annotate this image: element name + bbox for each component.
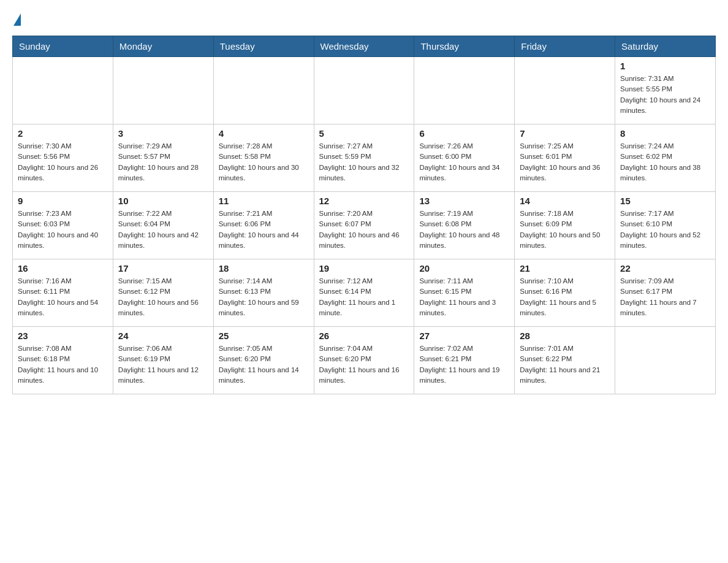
- calendar-cell: 8Sunrise: 7:24 AMSunset: 6:02 PMDaylight…: [615, 124, 716, 192]
- day-number: 8: [620, 128, 710, 139]
- logo-triangle-icon: [13, 13, 21, 26]
- day-number: 3: [118, 128, 208, 139]
- calendar-cell: 4Sunrise: 7:28 AMSunset: 5:58 PMDaylight…: [213, 124, 314, 192]
- day-number: 7: [520, 128, 610, 139]
- day-number: 9: [18, 196, 108, 206]
- day-number: 25: [219, 331, 309, 341]
- calendar-cell: 5Sunrise: 7:27 AMSunset: 5:59 PMDaylight…: [314, 124, 414, 192]
- calendar-header: SundayMondayTuesdayWednesdayThursdayFrid…: [13, 36, 716, 57]
- calendar-cell: 26Sunrise: 7:04 AMSunset: 6:20 PMDayligh…: [314, 327, 414, 394]
- day-info: Sunrise: 7:28 AMSunset: 5:58 PMDaylight:…: [219, 141, 309, 183]
- day-info: Sunrise: 7:21 AMSunset: 6:06 PMDaylight:…: [219, 209, 309, 251]
- day-number: 24: [118, 331, 208, 341]
- day-info: Sunrise: 7:29 AMSunset: 5:57 PMDaylight:…: [118, 141, 208, 183]
- day-info: Sunrise: 7:17 AMSunset: 6:10 PMDaylight:…: [620, 209, 710, 251]
- day-info: Sunrise: 7:19 AMSunset: 6:08 PMDaylight:…: [419, 209, 509, 251]
- page-header: [12, 12, 716, 26]
- calendar-cell: 24Sunrise: 7:06 AMSunset: 6:19 PMDayligh…: [113, 327, 213, 394]
- calendar-cell: 18Sunrise: 7:14 AMSunset: 6:13 PMDayligh…: [213, 259, 314, 327]
- day-number: 5: [319, 128, 409, 139]
- day-info: Sunrise: 7:20 AMSunset: 6:07 PMDaylight:…: [319, 209, 409, 251]
- calendar-cell: 19Sunrise: 7:12 AMSunset: 6:14 PMDayligh…: [314, 259, 414, 327]
- day-info: Sunrise: 7:09 AMSunset: 6:17 PMDaylight:…: [620, 276, 710, 318]
- day-info: Sunrise: 7:25 AMSunset: 6:01 PMDaylight:…: [520, 141, 610, 183]
- calendar-body: 1Sunrise: 7:31 AMSunset: 5:55 PMDaylight…: [13, 57, 716, 394]
- day-info: Sunrise: 7:24 AMSunset: 6:02 PMDaylight:…: [620, 141, 710, 183]
- day-info: Sunrise: 7:05 AMSunset: 6:20 PMDaylight:…: [219, 343, 309, 386]
- calendar-cell: 12Sunrise: 7:20 AMSunset: 6:07 PMDayligh…: [314, 192, 414, 259]
- day-info: Sunrise: 7:30 AMSunset: 5:56 PMDaylight:…: [18, 141, 108, 183]
- calendar-cell: [113, 57, 213, 124]
- day-number: 18: [219, 263, 309, 274]
- day-number: 13: [419, 196, 509, 206]
- calendar-cell: [414, 57, 515, 124]
- calendar-cell: [13, 57, 113, 124]
- day-number: 2: [18, 128, 108, 139]
- calendar-cell: [314, 57, 414, 124]
- day-number: 17: [118, 263, 208, 274]
- logo: [12, 12, 21, 26]
- day-number: 27: [419, 331, 509, 341]
- calendar-cell: 9Sunrise: 7:23 AMSunset: 6:03 PMDaylight…: [13, 192, 113, 259]
- weekday-header-sunday: Sunday: [13, 36, 113, 57]
- day-info: Sunrise: 7:02 AMSunset: 6:21 PMDaylight:…: [419, 343, 509, 386]
- weekday-header-row: SundayMondayTuesdayWednesdayThursdayFrid…: [13, 36, 716, 57]
- day-info: Sunrise: 7:22 AMSunset: 6:04 PMDaylight:…: [118, 209, 208, 251]
- day-info: Sunrise: 7:04 AMSunset: 6:20 PMDaylight:…: [319, 343, 409, 386]
- day-info: Sunrise: 7:31 AMSunset: 5:55 PMDaylight:…: [620, 74, 710, 116]
- calendar-cell: [615, 327, 716, 394]
- day-info: Sunrise: 7:10 AMSunset: 6:16 PMDaylight:…: [520, 276, 610, 318]
- weekday-header-wednesday: Wednesday: [314, 36, 414, 57]
- calendar-week-row: 2Sunrise: 7:30 AMSunset: 5:56 PMDaylight…: [13, 124, 716, 192]
- calendar-cell: 17Sunrise: 7:15 AMSunset: 6:12 PMDayligh…: [113, 259, 213, 327]
- day-number: 20: [419, 263, 509, 274]
- day-info: Sunrise: 7:12 AMSunset: 6:14 PMDaylight:…: [319, 276, 409, 318]
- day-number: 28: [520, 331, 610, 341]
- day-number: 23: [18, 331, 108, 341]
- day-number: 22: [620, 263, 710, 274]
- day-info: Sunrise: 7:23 AMSunset: 6:03 PMDaylight:…: [18, 209, 108, 251]
- calendar-cell: 13Sunrise: 7:19 AMSunset: 6:08 PMDayligh…: [414, 192, 515, 259]
- calendar-cell: 23Sunrise: 7:08 AMSunset: 6:18 PMDayligh…: [13, 327, 113, 394]
- calendar-cell: 25Sunrise: 7:05 AMSunset: 6:20 PMDayligh…: [213, 327, 314, 394]
- calendar-week-row: 9Sunrise: 7:23 AMSunset: 6:03 PMDaylight…: [13, 192, 716, 259]
- day-info: Sunrise: 7:14 AMSunset: 6:13 PMDaylight:…: [219, 276, 309, 318]
- calendar-cell: 21Sunrise: 7:10 AMSunset: 6:16 PMDayligh…: [515, 259, 615, 327]
- calendar-cell: 3Sunrise: 7:29 AMSunset: 5:57 PMDaylight…: [113, 124, 213, 192]
- day-info: Sunrise: 7:08 AMSunset: 6:18 PMDaylight:…: [18, 343, 108, 386]
- calendar-cell: 7Sunrise: 7:25 AMSunset: 6:01 PMDaylight…: [515, 124, 615, 192]
- weekday-header-thursday: Thursday: [414, 36, 515, 57]
- day-number: 11: [219, 196, 309, 206]
- calendar-cell: 20Sunrise: 7:11 AMSunset: 6:15 PMDayligh…: [414, 259, 515, 327]
- calendar-week-row: 23Sunrise: 7:08 AMSunset: 6:18 PMDayligh…: [13, 327, 716, 394]
- day-info: Sunrise: 7:16 AMSunset: 6:11 PMDaylight:…: [18, 276, 108, 318]
- weekday-header-monday: Monday: [113, 36, 213, 57]
- day-number: 4: [219, 128, 309, 139]
- day-number: 16: [18, 263, 108, 274]
- calendar-cell: 2Sunrise: 7:30 AMSunset: 5:56 PMDaylight…: [13, 124, 113, 192]
- day-number: 10: [118, 196, 208, 206]
- calendar-cell: 6Sunrise: 7:26 AMSunset: 6:00 PMDaylight…: [414, 124, 515, 192]
- weekday-header-saturday: Saturday: [615, 36, 716, 57]
- day-info: Sunrise: 7:15 AMSunset: 6:12 PMDaylight:…: [118, 276, 208, 318]
- day-number: 21: [520, 263, 610, 274]
- day-number: 19: [319, 263, 409, 274]
- calendar-week-row: 16Sunrise: 7:16 AMSunset: 6:11 PMDayligh…: [13, 259, 716, 327]
- day-info: Sunrise: 7:18 AMSunset: 6:09 PMDaylight:…: [520, 209, 610, 251]
- day-number: 15: [620, 196, 710, 206]
- day-number: 14: [520, 196, 610, 206]
- day-info: Sunrise: 7:06 AMSunset: 6:19 PMDaylight:…: [118, 343, 208, 386]
- day-number: 26: [319, 331, 409, 341]
- day-info: Sunrise: 7:27 AMSunset: 5:59 PMDaylight:…: [319, 141, 409, 183]
- day-info: Sunrise: 7:26 AMSunset: 6:00 PMDaylight:…: [419, 141, 509, 183]
- day-info: Sunrise: 7:01 AMSunset: 6:22 PMDaylight:…: [520, 343, 610, 386]
- calendar-cell: 1Sunrise: 7:31 AMSunset: 5:55 PMDaylight…: [615, 57, 716, 124]
- calendar-cell: 27Sunrise: 7:02 AMSunset: 6:21 PMDayligh…: [414, 327, 515, 394]
- calendar-cell: [515, 57, 615, 124]
- calendar-cell: [213, 57, 314, 124]
- calendar-cell: 15Sunrise: 7:17 AMSunset: 6:10 PMDayligh…: [615, 192, 716, 259]
- day-number: 6: [419, 128, 509, 139]
- calendar-cell: 28Sunrise: 7:01 AMSunset: 6:22 PMDayligh…: [515, 327, 615, 394]
- calendar-week-row: 1Sunrise: 7:31 AMSunset: 5:55 PMDaylight…: [13, 57, 716, 124]
- day-info: Sunrise: 7:11 AMSunset: 6:15 PMDaylight:…: [419, 276, 509, 318]
